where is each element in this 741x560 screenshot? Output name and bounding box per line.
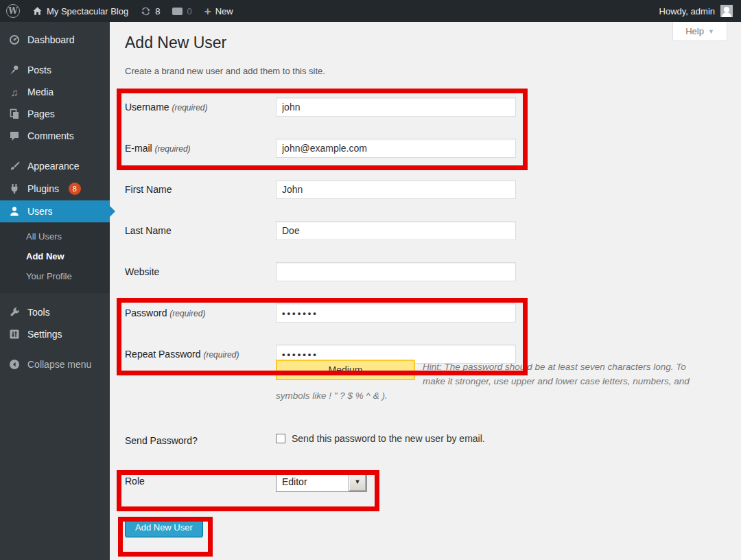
howdy-label: Howdy, admin [659, 6, 715, 16]
main-content: Help ▼ Add New User Create a brand new u… [110, 22, 741, 560]
sidebar-item-label: Plugins [27, 183, 59, 194]
send-password-checkbox[interactable] [276, 434, 285, 443]
sidebar-item-label: Users [27, 206, 53, 217]
first-name-row: First Name [125, 180, 727, 199]
wordpress-logo-icon: W [6, 4, 20, 18]
first-name-label: First Name [125, 180, 276, 199]
username-label: Username (required) [125, 97, 276, 117]
submit-row: Add New User [125, 517, 727, 537]
chevron-down-icon: ▼ [355, 478, 361, 485]
sliders-icon [8, 329, 21, 340]
required-hint: (required) [172, 103, 207, 113]
menu-separator [0, 293, 110, 301]
menu-separator [0, 51, 110, 59]
wp-logo-menu[interactable]: W [0, 0, 26, 22]
password-row: Password (required) [125, 303, 727, 323]
media-icon: ♫ [8, 87, 21, 97]
avatar [720, 5, 733, 17]
send-password-checkbox-label: Send this password to the new user by em… [292, 433, 485, 444]
sidebar-item-plugins[interactable]: Plugins 8 [0, 177, 110, 200]
sidebar-item-dashboard[interactable]: Dashboard [0, 29, 110, 51]
last-name-row: Last Name [125, 221, 727, 240]
new-content-menu[interactable]: + New [198, 0, 239, 22]
menu-separator [0, 147, 110, 155]
sidebar-item-tools[interactable]: Tools [0, 301, 110, 323]
sidebar-item-appearance[interactable]: Appearance [0, 155, 110, 177]
send-password-label: Send Password? [125, 431, 276, 446]
website-label: Website [125, 262, 276, 281]
collapse-menu-button[interactable]: Collapse menu [0, 353, 110, 375]
empty-label [125, 360, 276, 403]
sidebar-item-posts[interactable]: Posts [0, 59, 110, 81]
sidebar-item-label: Settings [27, 329, 62, 340]
sidebar-item-comments[interactable]: Comments [0, 125, 110, 147]
current-menu-arrow-icon [110, 206, 115, 217]
add-new-user-button[interactable]: Add New User [125, 517, 203, 537]
new-label: New [215, 6, 233, 16]
role-select[interactable]: Editor ▼ [276, 471, 367, 492]
select-dropdown-button[interactable]: ▼ [349, 473, 366, 491]
sidebar-item-label: Dashboard [27, 34, 75, 45]
site-name-link[interactable]: My Spectacular Blog [26, 0, 134, 22]
submenu-item-all-users[interactable]: All Users [0, 226, 110, 246]
sidebar-item-label: Comments [27, 130, 74, 141]
comments-menu[interactable]: 0 [166, 0, 198, 22]
home-icon [32, 6, 43, 16]
plus-icon: + [204, 5, 211, 17]
last-name-label: Last Name [125, 221, 276, 240]
update-count: 8 [155, 6, 160, 16]
role-row: Role Editor ▼ [125, 471, 727, 492]
comments-bubble-icon [172, 8, 183, 15]
sidebar-item-label: Tools [27, 307, 50, 318]
add-user-form: Username (required) E-mail (required) Fi… [125, 97, 727, 537]
collapse-menu-label: Collapse menu [27, 359, 91, 370]
paintbrush-icon [8, 161, 21, 172]
pages-icon [8, 108, 21, 119]
password-input[interactable] [276, 303, 516, 323]
admin-bar: W My Spectacular Blog 8 0 + New Howdy, a… [0, 0, 741, 22]
submenu-item-add-new[interactable]: Add New [0, 246, 110, 266]
required-hint: (required) [155, 144, 191, 154]
comment-count: 0 [187, 6, 191, 16]
updates-icon [141, 6, 151, 16]
page-title: Add New User [125, 33, 727, 53]
first-name-input[interactable] [276, 180, 516, 199]
submenu-item-your-profile[interactable]: Your Profile [0, 266, 110, 286]
password-strength-row: Medium Hint: The password should be at l… [125, 360, 727, 403]
site-name-label: My Spectacular Blog [47, 6, 128, 16]
users-submenu: All Users Add New Your Profile [0, 222, 110, 293]
wrench-icon [8, 307, 21, 318]
send-password-row: Send Password? Send this password to the… [125, 431, 727, 446]
page-description: Create a brand new user and add them to … [125, 66, 727, 76]
sidebar-item-label: Posts [27, 65, 51, 75]
username-input[interactable] [276, 97, 516, 117]
plug-icon [8, 183, 21, 194]
sidebar-item-settings[interactable]: Settings [0, 323, 110, 345]
email-row: E-mail (required) [125, 139, 727, 158]
required-hint: (required) [203, 350, 239, 360]
user-icon [8, 206, 21, 217]
password-strength-meter: Medium [276, 360, 415, 380]
role-selected-value: Editor [277, 476, 349, 487]
role-label: Role [125, 471, 276, 492]
collapse-arrow-icon [8, 359, 21, 370]
help-button[interactable]: Help ▼ [672, 22, 727, 41]
email-label: E-mail (required) [125, 139, 276, 158]
help-label: Help [685, 26, 704, 36]
sidebar-item-pages[interactable]: Pages [0, 103, 110, 125]
website-row: Website [125, 262, 727, 281]
updates-menu[interactable]: 8 [134, 0, 166, 22]
sidebar-item-users[interactable]: Users [0, 200, 110, 222]
pushpin-icon [8, 65, 21, 75]
sidebar-item-label: Pages [27, 108, 55, 119]
chevron-down-icon: ▼ [708, 28, 714, 35]
username-row: Username (required) [125, 97, 727, 117]
comment-bubble-icon [8, 130, 21, 141]
my-account-menu[interactable]: Howdy, admin [651, 5, 741, 17]
email-input[interactable] [276, 139, 516, 158]
last-name-input[interactable] [276, 221, 516, 240]
sidebar-item-label: Media [27, 86, 54, 97]
menu-separator [0, 345, 110, 353]
website-input[interactable] [276, 262, 516, 281]
sidebar-item-media[interactable]: ♫ Media [0, 81, 110, 103]
